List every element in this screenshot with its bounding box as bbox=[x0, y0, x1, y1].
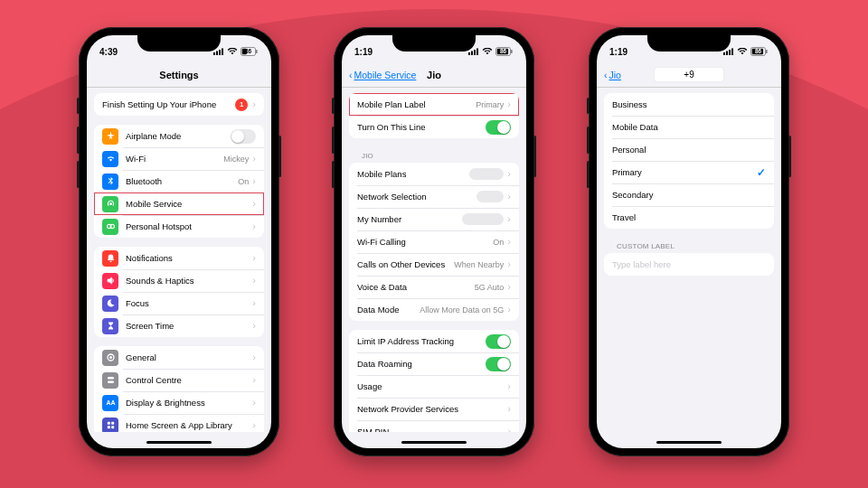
wifi-label: Wi-Fi bbox=[126, 154, 223, 164]
row-focus[interactable]: Focus › bbox=[94, 292, 264, 314]
row-sim-pin[interactable]: SIM PIN › bbox=[349, 420, 519, 432]
row-label-travel[interactable]: Travel bbox=[604, 206, 774, 229]
row-wifi[interactable]: Wi-Fi Mickey › bbox=[94, 147, 264, 170]
status-indicators: 86 bbox=[723, 47, 769, 56]
nav-back-button[interactable]: ‹ Mobile Service bbox=[349, 70, 416, 80]
row-personal-hotspot[interactable]: Personal Hotspot › bbox=[94, 215, 264, 238]
chevron-right-icon: › bbox=[252, 420, 256, 430]
airplane-label: Airplane Mode bbox=[126, 131, 231, 141]
wifi-calling-value: On bbox=[493, 238, 504, 247]
limit-ip-label: Limit IP Address Tracking bbox=[357, 336, 486, 346]
focus-label: Focus bbox=[126, 298, 252, 308]
roaming-toggle[interactable] bbox=[486, 357, 511, 371]
row-network-provider-services[interactable]: Network Provider Services › bbox=[349, 398, 519, 420]
svg-rect-20 bbox=[471, 52, 473, 56]
notch bbox=[137, 35, 221, 52]
svg-rect-27 bbox=[723, 52, 725, 55]
label-secondary: Secondary bbox=[612, 190, 766, 200]
row-sounds[interactable]: Sounds & Haptics › bbox=[94, 269, 264, 292]
speaker-icon bbox=[102, 273, 118, 289]
status-indicators: 36 bbox=[213, 47, 259, 56]
nav-back-label: Mobile Service bbox=[354, 70, 417, 80]
svg-rect-0 bbox=[213, 52, 215, 55]
row-finish-setup[interactable]: Finish Setting Up Your iPhone 1 › bbox=[94, 93, 264, 116]
wifi-icon bbox=[482, 48, 493, 55]
row-label-business[interactable]: Business bbox=[604, 93, 774, 116]
row-label-mobile-data[interactable]: Mobile Data bbox=[604, 116, 774, 138]
svg-rect-15 bbox=[107, 422, 109, 425]
row-data-mode[interactable]: Data Mode Allow More Data on 5G › bbox=[349, 298, 519, 321]
row-data-roaming[interactable]: Data Roaming bbox=[349, 352, 519, 375]
status-time: 4:39 bbox=[99, 47, 118, 57]
chevron-right-icon: › bbox=[252, 99, 256, 109]
my-number-label: My Number bbox=[357, 214, 462, 224]
row-home-screen[interactable]: Home Screen & App Library › bbox=[94, 414, 264, 432]
airplane-toggle[interactable] bbox=[231, 129, 256, 144]
display-label: Display & Brightness bbox=[126, 398, 252, 408]
row-voice-data[interactable]: Voice & Data 5G Auto › bbox=[349, 276, 519, 298]
row-limit-ip[interactable]: Limit IP Address Tracking bbox=[349, 330, 519, 352]
roaming-label: Data Roaming bbox=[357, 359, 486, 369]
label-travel: Travel bbox=[612, 212, 766, 222]
row-usage[interactable]: Usage › bbox=[349, 375, 519, 398]
svg-rect-3 bbox=[222, 49, 223, 56]
row-label-personal[interactable]: Personal bbox=[604, 138, 774, 161]
antenna-icon bbox=[102, 196, 118, 212]
svg-rect-30 bbox=[731, 49, 733, 56]
chevron-right-icon: › bbox=[252, 375, 256, 385]
chevron-right-icon: › bbox=[507, 259, 511, 269]
nav-back-label: Jio bbox=[609, 70, 621, 80]
row-network-selection[interactable]: Network Selection › bbox=[349, 185, 519, 208]
turn-on-toggle[interactable] bbox=[486, 120, 511, 135]
row-notifications[interactable]: Notifications › bbox=[94, 247, 264, 269]
row-general[interactable]: General › bbox=[94, 346, 264, 369]
home-indicator[interactable] bbox=[146, 441, 212, 444]
setup-badge: 1 bbox=[235, 99, 248, 111]
row-label-primary[interactable]: Primary ✓ bbox=[604, 161, 774, 183]
calls-other-label: Calls on Other Devices bbox=[357, 259, 454, 269]
row-label-secondary[interactable]: Secondary bbox=[604, 183, 774, 206]
custom-label-placeholder: Type label here bbox=[612, 259, 671, 269]
limit-ip-toggle[interactable] bbox=[486, 334, 511, 349]
mobile-service-label: Mobile Service bbox=[126, 199, 252, 209]
row-wifi-calling[interactable]: Wi-Fi Calling On › bbox=[349, 230, 519, 253]
row-mobile-plans[interactable]: Mobile Plans › bbox=[349, 163, 519, 185]
screen-time-label: Screen Time bbox=[126, 321, 252, 331]
bluetooth-value: On bbox=[238, 177, 249, 186]
svg-rect-25 bbox=[511, 50, 512, 53]
section-header-jio: JIO bbox=[349, 147, 519, 163]
row-mobile-service[interactable]: Mobile Service › bbox=[94, 192, 264, 215]
setup-label: Finish Setting Up Your iPhone bbox=[102, 99, 235, 109]
battery-icon: 86 bbox=[750, 47, 769, 56]
row-display-brightness[interactable]: AA Display & Brightness › bbox=[94, 391, 264, 414]
turn-on-label: Turn On This Line bbox=[357, 122, 486, 132]
label-text-input[interactable]: +9 bbox=[654, 67, 724, 82]
row-calls-other-devices[interactable]: Calls on Other Devices When Nearby › bbox=[349, 253, 519, 276]
svg-rect-13 bbox=[108, 381, 114, 384]
home-indicator[interactable] bbox=[656, 441, 722, 444]
chevron-left-icon: ‹ bbox=[604, 70, 608, 80]
nav-bar: ‹ Mobile Service Jio bbox=[342, 62, 526, 88]
svg-rect-17 bbox=[107, 426, 109, 428]
row-screen-time[interactable]: Screen Time › bbox=[94, 314, 264, 337]
home-indicator[interactable] bbox=[401, 441, 467, 444]
wifi-settings-icon bbox=[102, 151, 118, 167]
row-my-number[interactable]: My Number › bbox=[349, 208, 519, 230]
chevron-right-icon: › bbox=[252, 176, 256, 186]
row-control-centre[interactable]: Control Centre › bbox=[94, 369, 264, 391]
hotspot-icon bbox=[102, 219, 118, 235]
row-custom-label-input[interactable]: Type label here bbox=[604, 253, 774, 276]
chevron-right-icon: › bbox=[252, 221, 256, 231]
hotspot-label: Personal Hotspot bbox=[126, 221, 252, 231]
svg-rect-21 bbox=[474, 50, 476, 55]
plan-label-text: Mobile Plan Label bbox=[357, 99, 476, 109]
svg-rect-33 bbox=[766, 50, 767, 53]
svg-text:36: 36 bbox=[245, 48, 252, 54]
row-mobile-plan-label[interactable]: Mobile Plan Label Primary › bbox=[349, 93, 519, 116]
chevron-right-icon: › bbox=[507, 282, 511, 292]
row-airplane-mode[interactable]: Airplane Mode bbox=[94, 125, 264, 147]
chevron-right-icon: › bbox=[507, 192, 511, 202]
row-bluetooth[interactable]: Bluetooth On › bbox=[94, 170, 264, 192]
nav-back-button[interactable]: ‹ Jio bbox=[604, 70, 621, 80]
row-turn-on-line[interactable]: Turn On This Line bbox=[349, 116, 519, 138]
